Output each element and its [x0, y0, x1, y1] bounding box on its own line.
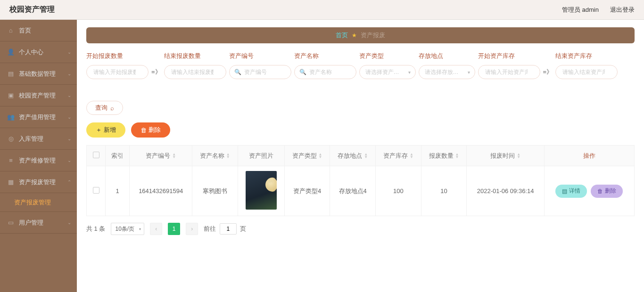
- cell-photo: 寒鸦: [238, 166, 284, 216]
- breadcrumb-current: 资产报废: [361, 31, 385, 40]
- chevron-down-icon: ⌄: [67, 220, 71, 225]
- sidebar-sub-scrap-manage[interactable]: 资产报废管理: [0, 193, 77, 212]
- filter-label-location: 存放地点: [419, 52, 475, 60]
- col-scrapqty[interactable]: 报废数量▲▼: [421, 146, 467, 166]
- asset-thumbnail[interactable]: 寒鸦: [246, 171, 277, 210]
- row-detail-button[interactable]: ▤详情: [555, 185, 587, 198]
- filter-label-assetname: 资产名称: [294, 52, 356, 60]
- col-stock[interactable]: 资产库存▲▼: [376, 146, 421, 166]
- chevron-down-icon: ▾: [468, 70, 470, 75]
- detail-icon: ▤: [562, 188, 567, 195]
- sort-icon: ▲▼: [364, 153, 368, 159]
- delete-button-bulk[interactable]: 🗑删除: [131, 122, 170, 138]
- cell-scraptime: 2022-01-06 09:36:14: [467, 166, 545, 216]
- start-qty-input[interactable]: [86, 65, 149, 79]
- repair-icon: ≡: [8, 157, 14, 164]
- col-assettype[interactable]: 资产类型▲▼: [284, 146, 330, 166]
- col-location[interactable]: 存放地点▲▼: [330, 146, 376, 166]
- database-icon: ▤: [8, 71, 14, 77]
- add-button[interactable]: ＋新增: [86, 122, 125, 138]
- action-bar: ＋新增 🗑删除: [86, 122, 635, 138]
- cell-assetno: 1641432691594: [130, 166, 192, 216]
- sidebar-item-asset[interactable]: ▣ 校园资产管理 ⌄: [0, 85, 77, 106]
- sidebar-item-basedata[interactable]: ▤ 基础数据管理 ⌄: [0, 63, 77, 85]
- col-index[interactable]: 索引: [106, 146, 130, 166]
- col-operation: 操作: [544, 146, 634, 166]
- col-assetname[interactable]: 资产名称▲▼: [192, 146, 238, 166]
- sidebar-item-home[interactable]: ⌂ 首页: [0, 20, 77, 41]
- col-assetno[interactable]: 资产编号▲▼: [130, 146, 192, 166]
- chevron-down-icon: ⌄: [67, 136, 71, 141]
- goto-page: 前往 页: [204, 223, 246, 235]
- main-content: 首页 ★ 资产报废 开始报废数量 =》 结束报废数量 资产编号 🔍 资产名称 🔍: [77, 20, 644, 292]
- trash-icon: 🗑: [140, 127, 147, 134]
- search-icon: ⌕: [110, 105, 114, 112]
- filter-bar: 开始报废数量 =》 结束报废数量 资产编号 🔍 资产名称 🔍 资产类型 请选择资…: [86, 52, 635, 115]
- logout-link[interactable]: 退出登录: [610, 6, 635, 14]
- briefcase-icon: ▣: [8, 92, 14, 99]
- scrap-icon: ▦: [8, 179, 14, 186]
- location-select[interactable]: 请选择存放地点▾: [419, 65, 475, 79]
- filter-label-endstock: 结束资产库存: [555, 52, 618, 60]
- asset-type-select[interactable]: 请选择资产类型▾: [359, 65, 416, 79]
- home-icon: ⌂: [8, 27, 14, 34]
- table-row: 1 1641432691594 寒鸦图书 寒鸦 资产类型4 存放地点4 100 …: [87, 166, 635, 216]
- search-icon: 🔍: [234, 69, 241, 75]
- data-table: 索引 资产编号▲▼ 资产名称▲▼ 资产照片 资产类型▲▼ 存放地点▲▼ 资产库存…: [86, 145, 635, 216]
- end-qty-input[interactable]: [164, 65, 226, 79]
- row-checkbox[interactable]: [93, 187, 99, 194]
- chevron-down-icon: ⌄: [67, 49, 71, 55]
- topbar: 校园资产管理 管理员 admin 退出登录: [0, 0, 644, 20]
- total-label: 共 1 条: [86, 225, 105, 233]
- sidebar-item-label: 用户管理: [19, 219, 43, 227]
- col-scraptime[interactable]: 报废时间▲▼: [467, 146, 545, 166]
- sidebar-item-scrap[interactable]: ▦ 资产报废管理 ⌃: [0, 171, 77, 193]
- query-button[interactable]: 查询⌕: [86, 101, 123, 115]
- filter-label-startstock: 开始资产库存: [478, 52, 540, 60]
- cell-assettype: 资产类型4: [284, 166, 330, 216]
- sidebar-item-borrow[interactable]: 👥 资产借用管理 ⌄: [0, 106, 77, 128]
- star-icon: ★: [352, 32, 357, 39]
- chevron-up-icon: ⌃: [67, 179, 71, 185]
- borrow-icon: 👥: [8, 114, 14, 121]
- prev-page-button[interactable]: ‹: [150, 223, 162, 235]
- user-icon: 👤: [8, 49, 14, 56]
- page-1-button[interactable]: 1: [168, 223, 180, 235]
- sidebar-item-label: 资产报废管理: [19, 178, 56, 187]
- table-header-row: 索引 资产编号▲▼ 资产名称▲▼ 资产照片 资产类型▲▼ 存放地点▲▼ 资产库存…: [87, 146, 635, 166]
- sidebar-item-users[interactable]: ▭ 用户管理 ⌄: [0, 212, 77, 234]
- cell-scrapqty: 10: [421, 166, 467, 216]
- row-delete-button[interactable]: 🗑删除: [591, 185, 623, 198]
- asset-name-input[interactable]: 🔍: [294, 65, 356, 79]
- breadcrumb-home[interactable]: 首页: [336, 31, 348, 40]
- goto-page-input[interactable]: [220, 223, 237, 235]
- admin-label[interactable]: 管理员 admin: [562, 6, 599, 14]
- select-all-checkbox[interactable]: [93, 152, 99, 158]
- sort-icon: ▲▼: [172, 153, 176, 159]
- sidebar-sub-label: 资产报废管理: [14, 198, 51, 207]
- sidebar-item-repair[interactable]: ≡ 资产维修管理 ⌄: [0, 150, 77, 171]
- page-size-select[interactable]: 10条/页▾: [111, 223, 144, 235]
- filter-label-assetno: 资产编号: [229, 52, 291, 60]
- start-stock-input[interactable]: [478, 65, 540, 79]
- sidebar-item-profile[interactable]: 👤 个人中心 ⌄: [0, 41, 77, 63]
- end-stock-input[interactable]: [555, 65, 618, 79]
- sidebar-item-label: 个人中心: [19, 48, 43, 57]
- cell-location: 存放地点4: [330, 166, 376, 216]
- sort-icon: ▲▼: [410, 153, 413, 159]
- page-title: 校园资产管理: [9, 5, 55, 15]
- sidebar-item-label: 校园资产管理: [19, 91, 56, 100]
- next-page-button[interactable]: ›: [186, 223, 198, 235]
- sidebar-item-label: 首页: [19, 26, 31, 35]
- chevron-down-icon: ⌄: [67, 114, 71, 120]
- chevron-down-icon: ⌄: [67, 93, 71, 98]
- sidebar-item-storage[interactable]: ◎ 入库管理 ⌄: [0, 128, 77, 150]
- asset-no-input[interactable]: 🔍: [229, 65, 291, 79]
- location-icon: ◎: [8, 136, 14, 142]
- filter-label-endqty: 结束报废数量: [164, 52, 226, 60]
- filter-label-startqty: 开始报废数量: [86, 52, 149, 60]
- trash-icon: 🗑: [597, 188, 603, 195]
- sidebar-item-label: 入库管理: [19, 135, 43, 143]
- sort-icon: ▲▼: [226, 153, 230, 159]
- breadcrumb: 首页 ★ 资产报废: [86, 27, 635, 43]
